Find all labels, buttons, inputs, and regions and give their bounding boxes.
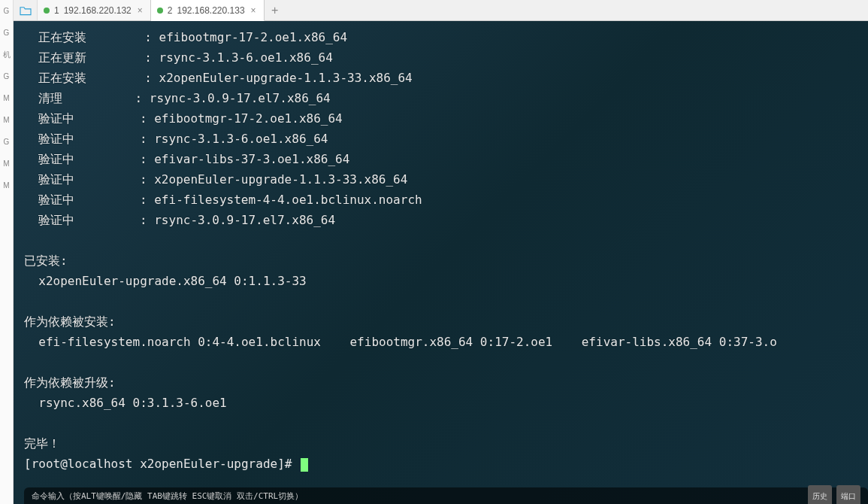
folder-button[interactable] bbox=[14, 0, 38, 20]
prompt-text: [root@localhost x2openEuler-upgrade]# bbox=[24, 457, 299, 471]
tab-title: 192.168.220.132 bbox=[64, 5, 132, 16]
gutter-char: M bbox=[0, 87, 13, 109]
transaction-line: 清理 : rsync-3.0.9-17.el7.x86_64 bbox=[24, 88, 857, 108]
connection-dot-icon bbox=[44, 8, 50, 14]
status-button[interactable]: 端口 bbox=[836, 485, 860, 505]
cursor bbox=[301, 458, 308, 472]
section-line: rsync.x86_64 0:3.1.3-6.oe1 bbox=[24, 393, 857, 413]
left-gutter: GG机GMMGMM bbox=[0, 0, 14, 504]
tab-bar: 1192.168.220.132×2192.168.220.133× + bbox=[14, 0, 868, 21]
tab-index: 1 bbox=[54, 5, 59, 16]
tabs-container: 1192.168.220.132×2192.168.220.133× bbox=[38, 0, 265, 20]
connection-dot-icon bbox=[157, 8, 163, 14]
section-header: 作为依赖被升级: bbox=[24, 372, 857, 393]
add-tab-button[interactable]: + bbox=[265, 0, 286, 20]
gutter-char: 机 bbox=[0, 44, 13, 65]
transaction-line: 验证中 : efibootmgr-17-2.oe1.x86_64 bbox=[24, 108, 857, 129]
transaction-output: 正在安装 : efibootmgr-17-2.oe1.x86_64 正在更新 :… bbox=[24, 27, 857, 230]
tab-index: 2 bbox=[168, 5, 173, 16]
status-bar: 命令输入（按ALT键唤醒/隐藏 TAB键跳转 ESC键取消 双击/CTRL切换）… bbox=[24, 487, 868, 504]
transaction-line: 正在安装 : efibootmgr-17-2.oe1.x86_64 bbox=[24, 27, 857, 47]
transaction-line: 正在更新 : rsync-3.1.3-6.oe1.x86_64 bbox=[24, 47, 857, 68]
transaction-line: 验证中 : efivar-libs-37-3.oe1.x86_64 bbox=[24, 149, 857, 169]
terminal[interactable]: 正在安装 : efibootmgr-17-2.oe1.x86_64 正在更新 :… bbox=[14, 21, 868, 504]
session-tab-2[interactable]: 2192.168.220.133× bbox=[151, 0, 265, 21]
input-hint: 命令输入（按ALT键唤醒/隐藏 TAB键跳转 ESC键取消 双击/CTRL切换） bbox=[32, 486, 303, 505]
transaction-line: 验证中 : rsync-3.1.3-6.oe1.x86_64 bbox=[24, 129, 857, 149]
blank-line bbox=[24, 413, 857, 433]
transaction-line: 验证中 : x2openEuler-upgrade-1.1.3-33.x86_6… bbox=[24, 169, 857, 190]
gutter-char: G bbox=[0, 131, 13, 153]
gutter-char: M bbox=[0, 153, 13, 175]
summary-sections: 已安装: x2openEuler-upgrade.x86_64 0:1.1.3-… bbox=[24, 250, 857, 433]
prompt-line: [root@localhost x2openEuler-upgrade]# bbox=[24, 454, 857, 474]
blank-line bbox=[24, 352, 857, 372]
section-header: 已安装: bbox=[24, 250, 857, 271]
transaction-line: 验证中 : efi-filesystem-4-4.oe1.bclinux.noa… bbox=[24, 190, 857, 210]
gutter-char: M bbox=[0, 175, 13, 196]
gutter-char: G bbox=[0, 65, 13, 87]
blank-line bbox=[24, 291, 857, 311]
gutter-char: G bbox=[0, 0, 13, 22]
gutter-char: G bbox=[0, 22, 13, 44]
section-line: efi-filesystem.noarch 0:4-4.oe1.bclinux … bbox=[24, 332, 857, 352]
blank-line bbox=[24, 230, 857, 250]
status-buttons: 历史端口 bbox=[808, 485, 860, 505]
transaction-line: 验证中 : rsync-3.0.9-17.el7.x86_64 bbox=[24, 210, 857, 230]
close-icon[interactable]: × bbox=[250, 5, 258, 16]
section-header: 作为依赖被安装: bbox=[24, 311, 857, 332]
section-line: x2openEuler-upgrade.x86_64 0:1.1.3-33 bbox=[24, 271, 857, 291]
transaction-line: 正在安装 : x2openEuler-upgrade-1.1.3-33.x86_… bbox=[24, 68, 857, 88]
tab-title: 192.168.220.133 bbox=[177, 5, 244, 16]
status-button[interactable]: 历史 bbox=[808, 485, 832, 505]
close-icon[interactable]: × bbox=[136, 5, 144, 16]
main-area: 1192.168.220.132×2192.168.220.133× + 正在安… bbox=[14, 0, 868, 504]
complete-line: 完毕！ bbox=[24, 433, 857, 454]
folder-icon bbox=[19, 5, 32, 16]
gutter-char: M bbox=[0, 109, 13, 131]
session-tab-1[interactable]: 1192.168.220.132× bbox=[38, 0, 151, 20]
